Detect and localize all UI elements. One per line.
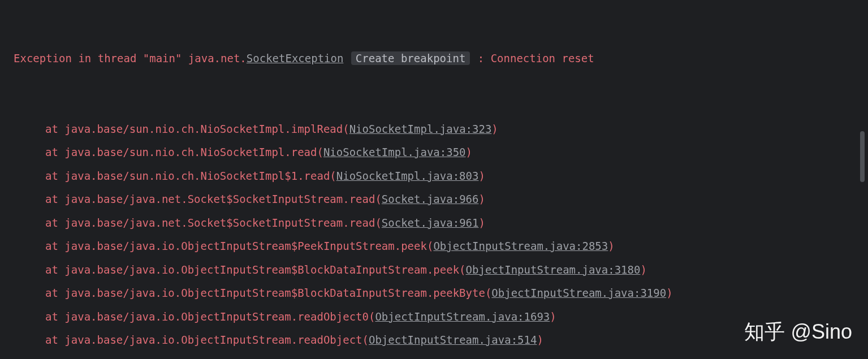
stack-at: at — [45, 334, 64, 346]
stack-location: java.base/java.net.Socket$SocketInputStr… — [64, 193, 375, 205]
paren-close: ) — [478, 193, 485, 205]
stack-at: at — [45, 193, 64, 205]
stack-at: at — [45, 146, 64, 158]
stack-location: java.base/java.net.Socket$SocketInputStr… — [64, 217, 375, 229]
watermark: 知乎 @Sino — [744, 320, 852, 344]
paren-open: ( — [427, 240, 433, 252]
paren-open: ( — [362, 334, 369, 346]
stack-frame: at java.base/java.io.ObjectInputStream$B… — [0, 258, 868, 282]
paren-close: ) — [608, 240, 614, 252]
stack-frame: at java.base/java.io.ObjectInputStream.r… — [0, 328, 868, 352]
exception-line: Exception in thread "main" java.net.Sock… — [0, 47, 868, 71]
paren-open: ( — [375, 193, 381, 205]
paren-close: ) — [640, 263, 646, 276]
stack-frame: at java.base/sun.nio.ch.NioSocketImpl$1.… — [0, 165, 868, 188]
exception-prefix: Exception in thread "main" java.net. — [14, 52, 247, 64]
paren-open: ( — [485, 287, 491, 299]
paren-open: ( — [362, 357, 369, 360]
source-link[interactable]: ObjectInputStream.java:472 — [369, 357, 537, 360]
stack-at: at — [45, 170, 64, 182]
stack-frame: at java.base/java.io.ObjectInputStream.r… — [0, 352, 868, 360]
stack-frame: at java.base/java.io.ObjectInputStream$P… — [0, 235, 868, 258]
stack-at: at — [45, 287, 64, 299]
paren-close: ) — [478, 217, 485, 229]
paren-close: ) — [537, 357, 543, 360]
stack-location: java.base/sun.nio.ch.NioSocketImpl.implR… — [64, 123, 343, 135]
source-link[interactable]: ObjectInputStream.java:3190 — [491, 287, 666, 299]
exception-message: : Connection reset — [478, 52, 594, 64]
stack-location: java.base/java.io.ObjectInputStream$Bloc… — [64, 263, 459, 276]
stack-location: java.base/sun.nio.ch.NioSocketImpl.read — [64, 146, 317, 158]
source-link[interactable]: NioSocketImpl.java:350 — [323, 146, 466, 158]
stack-frame: at java.base/java.io.ObjectInputStream.r… — [0, 305, 868, 329]
source-link[interactable]: NioSocketImpl.java:803 — [336, 170, 479, 182]
stack-location: java.base/java.io.ObjectInputStream$Bloc… — [64, 287, 485, 299]
stack-at: at — [45, 263, 64, 276]
paren-open: ( — [459, 263, 465, 276]
stack-frame: at java.base/sun.nio.ch.NioSocketImpl.im… — [0, 118, 868, 141]
stack-at: at — [45, 357, 64, 360]
source-link[interactable]: ObjectInputStream.java:2853 — [433, 240, 608, 252]
stack-location: java.base/java.io.ObjectInputStream$Peek… — [64, 240, 427, 252]
paren-close: ) — [666, 287, 672, 299]
stack-location: java.base/java.io.ObjectInputStream.read… — [64, 334, 362, 346]
paren-close: ) — [478, 170, 485, 182]
stack-location: java.base/java.io.ObjectInputStream.read… — [64, 310, 369, 323]
source-link[interactable]: Socket.java:966 — [382, 193, 479, 205]
source-link[interactable]: ObjectInputStream.java:1693 — [375, 310, 550, 323]
exception-class-link[interactable]: SocketException — [247, 52, 344, 64]
paren-close: ) — [537, 334, 543, 346]
stack-at: at — [45, 310, 64, 323]
source-link[interactable]: NioSocketImpl.java:323 — [349, 123, 492, 135]
stack-at: at — [45, 217, 64, 229]
source-link[interactable]: ObjectInputStream.java:3180 — [466, 263, 641, 276]
stack-frame: at java.base/sun.nio.ch.NioSocketImpl.re… — [0, 141, 868, 165]
source-link[interactable]: Socket.java:961 — [382, 217, 479, 229]
paren-open: ( — [330, 170, 336, 182]
console-output: Exception in thread "main" java.net.Sock… — [0, 0, 868, 359]
paren-open: ( — [375, 217, 381, 229]
paren-open: ( — [317, 146, 323, 158]
paren-open: ( — [369, 310, 375, 323]
stack-frame: at java.base/java.net.Socket$SocketInput… — [0, 211, 868, 235]
stack-frame: at java.base/java.net.Socket$SocketInput… — [0, 188, 868, 211]
stack-location: java.base/java.io.ObjectInputStream.read… — [64, 357, 362, 360]
paren-close: ) — [466, 146, 472, 158]
create-breakpoint-button[interactable]: Create breakpoint — [351, 51, 470, 65]
source-link[interactable]: ObjectInputStream.java:514 — [369, 334, 537, 346]
stack-at: at — [45, 123, 64, 135]
stack-location: java.base/sun.nio.ch.NioSocketImpl$1.rea… — [64, 170, 330, 182]
paren-close: ) — [550, 310, 556, 323]
stack-frame: at java.base/java.io.ObjectInputStream$B… — [0, 282, 868, 305]
paren-close: ) — [491, 123, 498, 135]
scrollbar-thumb[interactable] — [860, 131, 865, 182]
paren-open: ( — [343, 123, 349, 135]
stack-at: at — [45, 240, 64, 252]
